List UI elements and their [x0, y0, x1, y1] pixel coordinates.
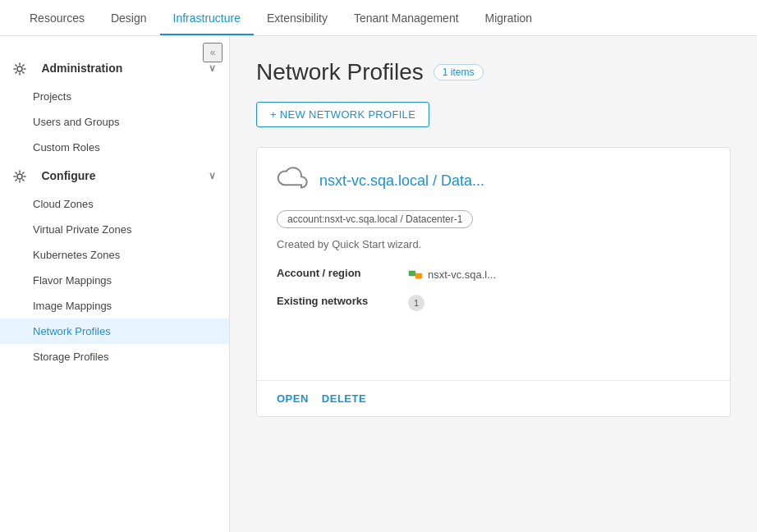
existing-networks-label: Existing networks	[277, 291, 408, 314]
items-badge: 1 items	[434, 64, 484, 80]
page-header: Network Profiles 1 items	[256, 59, 731, 85]
configure-label: Configure	[41, 169, 95, 182]
network-profile-card: nsxt-vc.sqa.local / Data... account:nsxt…	[256, 147, 731, 417]
delete-button[interactable]: DELETE	[322, 392, 366, 405]
sidebar-item-users-groups[interactable]: Users and Groups	[0, 109, 229, 135]
sidebar: « Administration ∨ Projects Users and Gr…	[0, 36, 230, 532]
new-network-profile-button[interactable]: + NEW NETWORK PROFILE	[256, 102, 429, 127]
sidebar-section-administration-header[interactable]: Administration ∨	[0, 53, 229, 84]
administration-icon	[13, 61, 34, 75]
main-layout: « Administration ∨ Projects Users and Gr…	[0, 36, 757, 532]
main-content: Network Profiles 1 items + NEW NETWORK P…	[230, 36, 757, 532]
card-created-text: Created by Quick Start wizard.	[277, 238, 710, 250]
sidebar-collapse-button[interactable]: «	[203, 43, 223, 62]
nav-extensibility[interactable]: Extensibility	[254, 2, 341, 34]
svg-rect-3	[415, 273, 422, 278]
cloud-icon	[277, 164, 310, 197]
card-title[interactable]: nsxt-vc.sqa.local / Data...	[319, 172, 484, 190]
sidebar-item-custom-roles[interactable]: Custom Roles	[0, 135, 229, 160]
nav-infrastructure[interactable]: Infrastructure	[160, 2, 254, 34]
configure-icon	[13, 168, 34, 182]
account-region-label: Account / region	[277, 264, 408, 285]
account-region-value: nsxt-vc.sqa.l...	[408, 264, 710, 285]
existing-networks-badge: 1	[408, 295, 424, 311]
card-actions: OPEN DELETE	[277, 381, 710, 416]
configure-chevron: ∨	[209, 170, 216, 181]
sidebar-section-administration: Administration ∨ Projects Users and Grou…	[0, 53, 229, 160]
sidebar-section-configure-header[interactable]: Configure ∨	[0, 160, 229, 191]
card-header: nsxt-vc.sqa.local / Data...	[277, 164, 710, 197]
sidebar-item-storage-profiles[interactable]: Storage Profiles	[0, 344, 229, 369]
sidebar-item-kubernetes-zones[interactable]: Kubernetes Zones	[0, 242, 229, 268]
top-nav: Resources Design Infrastructure Extensib…	[0, 0, 757, 36]
svg-rect-2	[409, 271, 415, 276]
sidebar-item-image-mappings[interactable]: Image Mappings	[0, 293, 229, 319]
administration-label: Administration	[41, 62, 122, 75]
account-region-icon	[408, 267, 423, 282]
card-fields: Account / region nsxt-vc.sqa.l... Existi…	[277, 264, 710, 314]
sidebar-section-configure: Configure ∨ Cloud Zones Virtual Private …	[0, 160, 229, 369]
nav-tenant-management[interactable]: Tenant Management	[341, 2, 472, 34]
sidebar-item-network-profiles[interactable]: Network Profiles	[0, 319, 229, 344]
svg-point-0	[17, 66, 22, 71]
sidebar-item-cloud-zones[interactable]: Cloud Zones	[0, 191, 229, 217]
nav-design[interactable]: Design	[98, 2, 160, 34]
sidebar-item-projects[interactable]: Projects	[0, 84, 229, 109]
administration-chevron: ∨	[209, 62, 216, 74]
svg-point-1	[17, 174, 22, 179]
sidebar-item-virtual-private-zones[interactable]: Virtual Private Zones	[0, 217, 229, 242]
card-tag: account:nsxt-vc.sqa.local / Datacenter-1	[277, 210, 473, 228]
nav-migration[interactable]: Migration	[472, 2, 546, 34]
sidebar-item-flavor-mappings[interactable]: Flavor Mappings	[0, 268, 229, 293]
existing-networks-value: 1	[408, 291, 710, 314]
nav-resources[interactable]: Resources	[16, 2, 98, 34]
open-button[interactable]: OPEN	[277, 392, 309, 405]
page-title: Network Profiles	[256, 59, 424, 85]
top-nav-bar: Resources Design Infrastructure Extensib…	[0, 0, 757, 36]
